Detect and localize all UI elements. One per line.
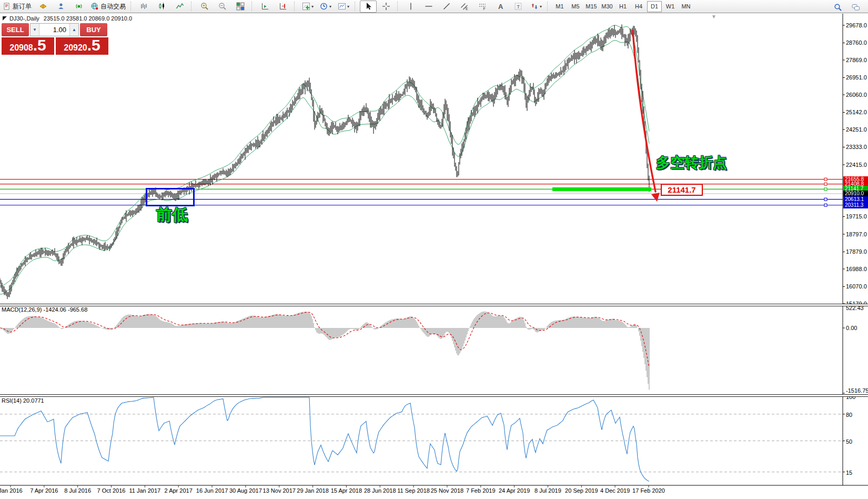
toolbar: 新订单自动交易▾▾▾EFAT▾M1M5M15M30H1H4D1W1MN [0, 0, 868, 13]
equidistant-channel-button[interactable]: E [456, 1, 473, 13]
cursor-button[interactable] [360, 1, 377, 13]
x-axis-date-label: 8 Jul 2016 [59, 487, 96, 494]
chart-title: DJ30-,Daily 23515.0 23581.0 20869.0 2091… [3, 15, 136, 22]
chevron-down-icon: ▾ [540, 4, 542, 9]
x-axis-date-label: 7 Oct 2016 [93, 487, 130, 494]
y-axis-tick-label: 16988.0 [846, 266, 868, 272]
zoom-in-button[interactable] [196, 1, 213, 13]
signals-icon[interactable] [70, 1, 87, 13]
market-watch-icon[interactable] [35, 1, 52, 13]
autotrading-button-label: 自动交易 [100, 2, 126, 11]
chat-button[interactable] [847, 1, 864, 13]
buy-button[interactable]: BUY [80, 23, 107, 36]
volume-increase-button[interactable]: ▲ [69, 24, 78, 36]
rsi-indicator-label: RSI(14) 20.0771 [2, 397, 44, 404]
timeframe-w1-button[interactable]: W1 [663, 1, 678, 12]
mt4-terminal: 新订单自动交易▾▾▾EFAT▾M1M5M15M30H1H4D1W1MN DJ30… [0, 0, 868, 499]
previous-low-annotation[interactable]: 前低 [156, 204, 188, 226]
macd-signal-line [0, 312, 649, 367]
toolbar-separator [130, 2, 133, 11]
candlestick-button[interactable] [154, 1, 170, 13]
x-axis-date-label: 2 Apr 2017 [160, 487, 197, 494]
x-axis-date-label: 28 Jun 2018 [361, 487, 398, 494]
y-axis-tick-label: 17879.0 [846, 248, 868, 255]
text-button[interactable]: A [492, 1, 509, 13]
templates-button[interactable]: ▾ [335, 1, 352, 13]
periods-button[interactable]: ▾ [317, 1, 334, 13]
turning-point-annotation[interactable]: 多空转折点 [656, 153, 727, 172]
rsi-scale-label: 15 [846, 470, 868, 476]
bar-chart-button[interactable] [136, 1, 153, 13]
macd-panel-splitter[interactable] [0, 304, 868, 306]
rsi-panel-splitter[interactable] [0, 394, 868, 397]
volume-stepper: ▼ ▲ [30, 23, 79, 36]
hline-handle[interactable] [824, 178, 827, 181]
price-tag-label[interactable]: 21141.7 [661, 184, 703, 196]
hline-handle[interactable] [824, 204, 827, 206]
timeframe-m30-button[interactable]: M30 [600, 1, 614, 12]
y-axis-tick-label: 29678.0 [846, 22, 868, 28]
symbol-period: DJ30-,Daily [9, 15, 39, 22]
autotrading-button[interactable]: 自动交易 [88, 1, 128, 13]
timeframe-h1-button[interactable]: H1 [615, 1, 630, 12]
svg-text:T: T [517, 4, 520, 9]
sell-arrow-head [651, 193, 660, 202]
previous-low-rectangle[interactable] [146, 188, 195, 206]
profiles-icon[interactable] [53, 1, 69, 13]
chevron-down-icon: ▾ [311, 4, 314, 9]
zoom-out-button[interactable] [214, 1, 231, 13]
chart-canvas[interactable] [0, 14, 868, 499]
sell-price-display[interactable]: 20908 .5 [2, 37, 54, 55]
vertical-line-button[interactable] [402, 1, 419, 13]
macd-indicator-label: MACD(12,26,9) -1424.06 -965.68 [2, 306, 87, 313]
x-axis-date-label: 11 Jan 2017 [126, 487, 163, 494]
volume-decrease-button[interactable]: ▼ [31, 24, 39, 36]
timeframe-m15-button[interactable]: M15 [584, 1, 599, 12]
fibonacci-button[interactable]: F [474, 1, 491, 13]
line-chart-button[interactable] [171, 1, 188, 13]
buy-price-frac: .5 [87, 37, 100, 53]
svg-text:F: F [483, 7, 486, 11]
rsi-scale-label: 50 [846, 438, 868, 445]
text-label-button[interactable]: T [510, 1, 527, 13]
timeframe-h4-button[interactable]: H4 [631, 1, 646, 12]
chart-shift-button[interactable] [275, 1, 291, 13]
horizontal-line-button[interactable] [420, 1, 437, 13]
timeframe-mn-button[interactable]: MN [679, 1, 693, 12]
hline-handle[interactable] [824, 188, 827, 191]
price-level-label: 20311.3 [843, 202, 868, 208]
y-axis-tick-label: 24251.0 [846, 126, 868, 133]
macd-histogram [0, 312, 649, 390]
volume-input[interactable] [39, 24, 69, 36]
timeframe-d1-button[interactable]: D1 [647, 1, 662, 12]
x-axis-date-label: 7 Feb 2019 [462, 487, 499, 494]
sell-button[interactable]: SELL [2, 23, 29, 36]
x-axis-date-label: 15 Apr 2018 [328, 487, 365, 494]
svg-text:A: A [498, 3, 503, 11]
x-axis-date-label: 16 Jun 2017 [194, 487, 230, 494]
timeframe-m5-button[interactable]: M5 [568, 1, 583, 12]
symbol-marker-icon [3, 16, 7, 21]
new-order-button[interactable]: 新订单 [1, 1, 34, 13]
toolbar-separator [397, 2, 400, 11]
chevron-down-icon: ▾ [347, 4, 349, 9]
trendline-button[interactable] [438, 1, 455, 13]
auto-scroll-button[interactable] [257, 1, 274, 13]
chart-area[interactable]: DJ30-,Daily 23515.0 23581.0 20869.0 2091… [0, 14, 868, 499]
hline-handle[interactable] [824, 183, 827, 185]
toolbar-separator [355, 2, 357, 11]
crosshair-button[interactable] [378, 1, 395, 13]
indicators-button[interactable]: ▾ [299, 1, 316, 13]
hline-handle[interactable] [824, 198, 827, 201]
arrows-button[interactable]: ▾ [528, 1, 544, 13]
support-highlight-bar[interactable] [552, 187, 651, 191]
x-axis-date-label: 29 Jan 2018 [295, 487, 331, 494]
svg-text:E: E [466, 7, 468, 11]
timeframe-m1-button[interactable]: M1 [552, 1, 567, 12]
y-axis-tick-label: 26060.0 [846, 92, 868, 98]
x-axis-date-label: 7 Apr 2016 [26, 487, 63, 494]
tile-windows-button[interactable] [232, 1, 249, 13]
x-axis-date-label: 17 Feb 2020 [630, 487, 667, 494]
buy-price-display[interactable]: 20920 .5 [56, 37, 108, 55]
search-button[interactable] [830, 1, 846, 13]
